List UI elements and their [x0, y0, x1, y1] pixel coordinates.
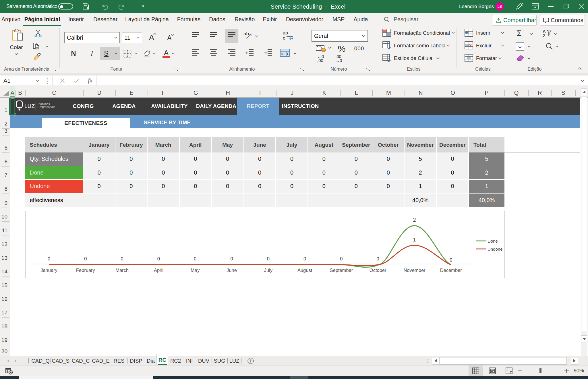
svg-text:September: September: [330, 268, 353, 273]
svg-text:0: 0: [84, 256, 87, 261]
svg-text:June: June: [227, 268, 237, 273]
svg-text:0: 0: [157, 256, 160, 261]
svg-text:March: March: [115, 268, 129, 273]
svg-text:0: 0: [377, 256, 379, 261]
svg-text:November: November: [403, 268, 425, 273]
svg-text:0: 0: [267, 256, 270, 261]
svg-text:August: August: [297, 268, 312, 273]
svg-text:January: January: [40, 268, 57, 273]
svg-text:0: 0: [121, 256, 123, 261]
svg-text:October: October: [370, 268, 386, 273]
svg-text:0: 0: [48, 256, 50, 261]
svg-text:December: December: [440, 268, 462, 273]
svg-text:0: 0: [450, 257, 452, 262]
svg-text:0: 0: [194, 256, 196, 261]
svg-text:Done: Done: [488, 239, 498, 243]
svg-text:July: July: [264, 268, 273, 273]
svg-text:February: February: [76, 268, 95, 273]
svg-text:Undone: Undone: [488, 247, 503, 252]
svg-text:0: 0: [340, 256, 343, 261]
svg-text:0: 0: [230, 256, 233, 261]
svg-text:2: 2: [413, 217, 416, 223]
svg-text:April: April: [154, 268, 163, 273]
svg-text:May: May: [191, 268, 200, 273]
svg-text:0: 0: [303, 256, 306, 261]
svg-text:1: 1: [413, 237, 416, 243]
